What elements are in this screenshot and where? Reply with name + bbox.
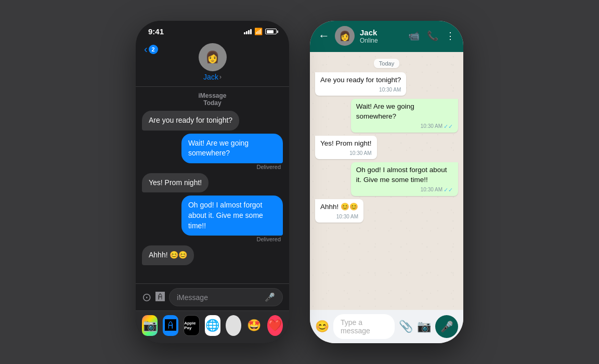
wa-back-button[interactable]: ← <box>318 29 330 43</box>
wa-double-check-icon: ✓✓ <box>444 123 453 131</box>
list-item: Oh god! I almost forgot about it. Give m… <box>315 162 458 196</box>
whatsapp-phone: ← 👩 Jack Online 📹 📞 ⋮ Today Are you read… <box>310 21 463 343</box>
received-message: Yes! Prom night! <box>142 173 209 193</box>
wa-contact-info: Jack Online <box>360 28 403 44</box>
back-count-badge: 2 <box>149 45 158 54</box>
wa-message-time: 10:30 AM ✓✓ <box>356 123 453 131</box>
list-item: Wait! Are we going somewhere? 10:30 AM ✓… <box>315 99 458 133</box>
wa-date-divider: Today <box>315 58 458 68</box>
whatsapp-header: ← 👩 Jack Online 📹 📞 ⋮ <box>310 21 463 52</box>
wa-emoji-icon[interactable]: 😊 <box>315 320 329 333</box>
table-row: Ahhh! 😊😊 <box>142 245 283 265</box>
appstore-icon[interactable]: 🅰 <box>155 292 165 303</box>
dock-photos-icon[interactable]: 📷 <box>142 315 158 336</box>
imessage-back-button[interactable]: ‹ 2 <box>144 43 158 55</box>
imessage-dock: 📷 🅰 Apple Pay 🌐 🤩 ❤️ <box>136 310 289 343</box>
imessage-status-bar: 9:41 📶 <box>136 21 289 39</box>
imessage-status-icons: 📶 <box>244 28 277 35</box>
wa-double-check-icon: ✓✓ <box>444 186 453 194</box>
wa-header-icons: 📹 📞 ⋮ <box>408 30 455 42</box>
dock-facetime-icon[interactable]: 🤩 <box>246 315 262 336</box>
imessage-avatar: 👩 <box>199 43 227 71</box>
dock-applepay-icon[interactable]: Apple Pay <box>184 315 200 336</box>
imessage-input-field[interactable]: iMessage 🎤 <box>169 288 283 306</box>
table-row: Oh god! I almost forgot about it. Give m… <box>142 196 283 242</box>
sent-message: Wait! Are we going somewhere? <box>181 134 283 163</box>
wa-camera-icon[interactable]: 📷 <box>417 320 431 333</box>
wa-more-options-icon[interactable]: ⋮ <box>446 30 455 42</box>
microphone-icon[interactable]: 🎤 <box>265 292 275 302</box>
wa-message-time: 10:30 AM <box>320 150 372 157</box>
wa-sent-message: Wait! Are we going somewhere? 10:30 AM ✓… <box>351 99 458 133</box>
table-row: Wait! Are we going somewhere? Delivered <box>142 134 283 170</box>
wa-message-time: 10:30 AM <box>320 213 358 220</box>
table-row: Are you ready for tonight? <box>142 111 283 131</box>
dock-appstore-icon[interactable]: 🅰 <box>163 315 178 336</box>
battery-icon <box>265 29 277 34</box>
received-message: Ahhh! 😊😊 <box>142 245 194 265</box>
wa-microphone-button[interactable]: 🎤 <box>435 315 458 338</box>
wa-contact-name: Jack <box>360 28 403 37</box>
signal-bars-icon <box>244 29 252 34</box>
wa-message-time: 10:30 AM <box>320 86 401 94</box>
wa-contact-avatar: 👩 <box>335 26 355 46</box>
wa-attach-icon[interactable]: 📎 <box>399 320 413 333</box>
table-row: Yes! Prom night! <box>142 173 283 193</box>
dock-chrome-icon[interactable]: 🌐 <box>205 315 220 336</box>
wifi-icon: 📶 <box>254 28 263 35</box>
message-status: Delivered <box>257 236 283 242</box>
wa-voice-call-icon[interactable]: 📞 <box>427 30 438 42</box>
list-item: Ahhh! 😊😊 10:30 AM <box>315 199 458 223</box>
sent-message: Oh god! I almost forgot about it. Give m… <box>181 196 283 236</box>
dock-home-icon[interactable] <box>226 315 241 336</box>
battery-fill <box>267 30 274 33</box>
wa-message-time: 10:30 AM ✓✓ <box>356 186 453 194</box>
contact-chevron-icon: › <box>219 73 222 81</box>
wa-contact-status: Online <box>360 37 403 44</box>
list-item: Yes! Prom night! 10:30 AM <box>315 136 458 159</box>
wa-received-message: Are you ready for tonight? 10:30 AM <box>315 72 406 96</box>
whatsapp-input-bar: 😊 Type a message 📎 📷 🎤 <box>310 310 463 343</box>
imessage-messages: Are you ready for tonight? Wait! Are we … <box>136 109 289 283</box>
imessage-phone: 9:41 📶 ‹ 2 👩 Jack › iMessage Toda <box>136 21 289 343</box>
imessage-time: 9:41 <box>148 27 164 36</box>
wa-received-message: Yes! Prom night! 10:30 AM <box>315 136 377 159</box>
message-status: Delivered <box>257 164 283 170</box>
imessage-section-label: iMessage Today <box>136 87 289 109</box>
whatsapp-input-field[interactable]: Type a message <box>333 314 395 339</box>
wa-sent-message: Oh god! I almost forgot about it. Give m… <box>351 162 458 196</box>
received-message: Are you ready for tonight? <box>142 111 239 131</box>
whatsapp-messages: Today Are you ready for tonight? 10:30 A… <box>310 52 463 310</box>
wa-video-call-icon[interactable]: 📹 <box>408 30 420 42</box>
camera-icon[interactable]: ⊙ <box>142 291 151 304</box>
imessage-contact-name[interactable]: Jack › <box>203 73 222 81</box>
imessage-input-bar: ⊙ 🅰 iMessage 🎤 <box>136 283 289 310</box>
dock-heart-icon[interactable]: ❤️ <box>267 315 283 336</box>
wa-received-message: Ahhh! 😊😊 10:30 AM <box>315 199 363 223</box>
list-item: Are you ready for tonight? 10:30 AM <box>315 72 458 96</box>
back-arrow-icon: ‹ <box>144 43 148 55</box>
imessage-header: ‹ 2 👩 Jack › <box>136 39 289 87</box>
